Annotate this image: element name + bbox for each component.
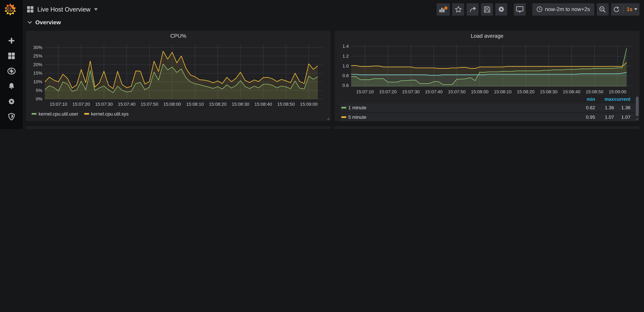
panel-cpu: CPU% 15:07:1015:07:2015:07:3015:07:4015:… — [26, 31, 330, 121]
star-icon — [454, 6, 462, 13]
legend-table-row[interactable]: 1 minute0.621.361.36 — [340, 104, 636, 112]
svg-text:15:07:40: 15:07:40 — [425, 89, 443, 94]
column-current[interactable]: current — [614, 97, 636, 101]
share-button[interactable] — [466, 3, 478, 16]
panel-title[interactable]: Disk Utilisation — [335, 126, 640, 129]
svg-text:15:08:50: 15:08:50 — [586, 89, 604, 94]
svg-text:15:08:00: 15:08:00 — [164, 102, 181, 107]
sidebar-item-server-admin[interactable] — [0, 110, 22, 124]
page-title: Live Host Overview — [37, 6, 90, 13]
time-range-label: now-2m to now+2s — [545, 6, 590, 12]
cycle-view-button[interactable] — [514, 3, 526, 16]
svg-text:0.8: 0.8 — [342, 73, 349, 78]
panel-memory: Memory Utilisation 15:07:1015:07:2015:07… — [26, 126, 330, 129]
svg-text:1.0: 1.0 — [342, 63, 349, 69]
svg-text:15:08:40: 15:08:40 — [563, 89, 580, 94]
star-button[interactable] — [452, 3, 464, 16]
section-title: Overview — [35, 19, 61, 26]
legend-item[interactable]: kernel.cpu.util.user — [32, 111, 78, 116]
share-icon — [469, 6, 476, 13]
svg-text:15:09:00: 15:09:00 — [300, 102, 318, 107]
svg-text:15:07:30: 15:07:30 — [95, 102, 113, 107]
sidebar: ? — [0, 0, 22, 129]
svg-text:10%: 10% — [33, 79, 42, 84]
svg-text:5%: 5% — [36, 88, 42, 93]
column-max[interactable]: max — [595, 97, 614, 101]
section-row-overview[interactable]: Overview — [28, 19, 61, 26]
stat-max: 1.07 — [595, 115, 614, 120]
legend-swatch — [341, 107, 346, 109]
zoom-out-button[interactable] — [596, 3, 608, 16]
gear-icon — [7, 97, 15, 106]
stat-max: 1.36 — [595, 105, 614, 110]
stat-current: 1.07 — [614, 115, 636, 120]
svg-text:0.6: 0.6 — [342, 83, 349, 88]
legend-item[interactable]: kernel.cpu.util.sys — [84, 111, 128, 116]
svg-text:15:08:10: 15:08:10 — [186, 102, 204, 107]
panel-disk: Disk Utilisation 15:07:1015:07:2015:07:3… — [335, 126, 640, 129]
dashboards-grid-icon — [7, 52, 15, 60]
svg-text:15:07:40: 15:07:40 — [118, 102, 136, 107]
sidebar-item-configuration[interactable] — [0, 95, 22, 108]
svg-text:30%: 30% — [33, 45, 42, 50]
svg-text:15:08:50: 15:08:50 — [277, 102, 295, 107]
refresh-picker[interactable]: 1s — [611, 3, 640, 16]
stat-min: 0.62 — [576, 105, 595, 110]
svg-text:15:07:10: 15:07:10 — [356, 89, 374, 94]
svg-text:25%: 25% — [33, 53, 42, 59]
sidebar-item-explore[interactable] — [0, 64, 22, 78]
svg-text:15:08:20: 15:08:20 — [209, 102, 226, 107]
grafana-logo-icon — [4, 3, 17, 16]
divider — [623, 6, 623, 13]
svg-text:15:07:20: 15:07:20 — [379, 89, 397, 94]
stat-min: 0.95 — [576, 115, 595, 120]
series-name: 5 minute — [348, 115, 576, 120]
sidebar-item-alerting[interactable] — [0, 79, 22, 93]
time-range-picker[interactable]: now-2m to now+2s — [532, 3, 594, 16]
magnifier-minus-icon — [599, 6, 606, 13]
panel-resize-handle[interactable] — [635, 117, 638, 120]
svg-text:1.2: 1.2 — [342, 54, 349, 59]
column-min[interactable]: min — [576, 97, 595, 101]
legend-table-rows: 1 minute0.621.361.365 minute0.951.071.07 — [340, 104, 636, 121]
save-button[interactable] — [481, 3, 493, 16]
legend-swatch — [341, 116, 346, 118]
svg-text:15:08:30: 15:08:30 — [232, 102, 249, 107]
svg-text:0%: 0% — [36, 96, 42, 101]
refresh-interval-label: 1s — [626, 6, 632, 12]
dashboard-grid-icon — [27, 6, 34, 13]
grafana-dashboard: ? Live Host Overview — [0, 0, 644, 129]
clock-icon — [536, 6, 542, 12]
monitor-icon — [516, 6, 524, 13]
legend-cpu: kernel.cpu.util.userkernel.cpu.util.sys — [32, 111, 326, 116]
svg-text:15:07:30: 15:07:30 — [402, 89, 420, 94]
svg-text:15:08:10: 15:08:10 — [494, 89, 512, 94]
dashboard-title-dropdown[interactable]: Live Host Overview — [27, 6, 98, 13]
plus-icon — [7, 37, 15, 45]
panel-title[interactable]: CPU% — [26, 31, 330, 41]
gear-icon — [498, 5, 505, 13]
sidebar-item-dashboards[interactable] — [0, 49, 22, 63]
grafana-logo[interactable] — [4, 3, 17, 16]
legend-scrollbar[interactable] — [636, 97, 639, 116]
add-panel-button[interactable] — [437, 3, 450, 16]
load-average-chart[interactable]: 15:07:1015:07:2015:07:3015:07:4015:07:50… — [338, 41, 636, 98]
legend-table-row[interactable]: 5 minute0.951.071.07 — [340, 113, 636, 121]
dashboard-settings-button[interactable] — [496, 3, 507, 16]
explore-compass-icon — [7, 67, 16, 76]
panel-title[interactable]: Load average — [335, 31, 640, 41]
chevron-down-icon — [28, 21, 32, 24]
add-panel-icon — [439, 6, 448, 13]
svg-text:1.4: 1.4 — [342, 44, 349, 49]
cpu-percent-chart[interactable]: 15:07:1015:07:2015:07:3015:07:4015:07:50… — [29, 41, 328, 110]
svg-text:15:08:20: 15:08:20 — [517, 89, 535, 94]
panel-title[interactable]: Memory Utilisation — [26, 126, 330, 129]
sidebar-item-create[interactable] — [0, 34, 22, 48]
svg-text:15:07:20: 15:07:20 — [72, 102, 90, 107]
panel-load: Load average 15:07:1015:07:2015:07:3015:… — [335, 31, 640, 121]
caret-down-icon — [94, 8, 98, 11]
svg-text:20%: 20% — [33, 62, 42, 67]
stat-current: 1.36 — [614, 105, 636, 110]
panel-resize-handle[interactable] — [326, 117, 330, 120]
bell-icon — [7, 82, 15, 90]
